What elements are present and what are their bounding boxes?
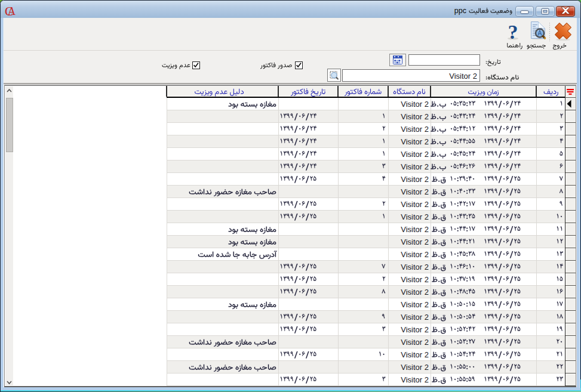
svg-text:Visitor 2: Visitor 2 xyxy=(449,72,477,81)
svg-text:Visitor 2: Visitor 2 xyxy=(401,237,429,246)
svg-text:Visitor 2: Visitor 2 xyxy=(401,200,429,209)
svg-text:Visitor 2: Visitor 2 xyxy=(401,263,429,271)
svg-text:Visitor 2: Visitor 2 xyxy=(401,313,429,322)
svg-text:Visitor 2: Visitor 2 xyxy=(401,338,429,347)
svg-text:Visitor 2: Visitor 2 xyxy=(401,125,429,134)
svg-text:Visitor 2: Visitor 2 xyxy=(401,100,429,109)
svg-text:?: ? xyxy=(508,21,518,43)
svg-text:Visitor 2: Visitor 2 xyxy=(401,212,429,221)
svg-text:ppc: ppc xyxy=(454,7,466,15)
svg-text:Visitor 2: Visitor 2 xyxy=(401,162,429,171)
svg-text:Visitor 2: Visitor 2 xyxy=(401,175,429,184)
svg-text:Visitor 2: Visitor 2 xyxy=(401,363,429,372)
svg-text:Visitor 2: Visitor 2 xyxy=(401,375,429,384)
svg-text:Visitor 2: Visitor 2 xyxy=(401,150,429,159)
svg-text:Visitor 2: Visitor 2 xyxy=(401,112,429,121)
svg-text:Visitor 2: Visitor 2 xyxy=(401,325,429,334)
svg-text:Visitor 2: Visitor 2 xyxy=(401,350,429,359)
svg-text:Visitor 2: Visitor 2 xyxy=(401,275,429,284)
svg-text:Visitor 2: Visitor 2 xyxy=(401,300,429,309)
svg-text:A: A xyxy=(8,5,16,17)
svg-text:Visitor 2: Visitor 2 xyxy=(401,225,429,234)
svg-text:Visitor 2: Visitor 2 xyxy=(401,288,429,297)
svg-text:Visitor 2: Visitor 2 xyxy=(401,250,429,259)
svg-text:Visitor 2: Visitor 2 xyxy=(401,137,429,146)
svg-text:Visitor 2: Visitor 2 xyxy=(401,187,429,196)
